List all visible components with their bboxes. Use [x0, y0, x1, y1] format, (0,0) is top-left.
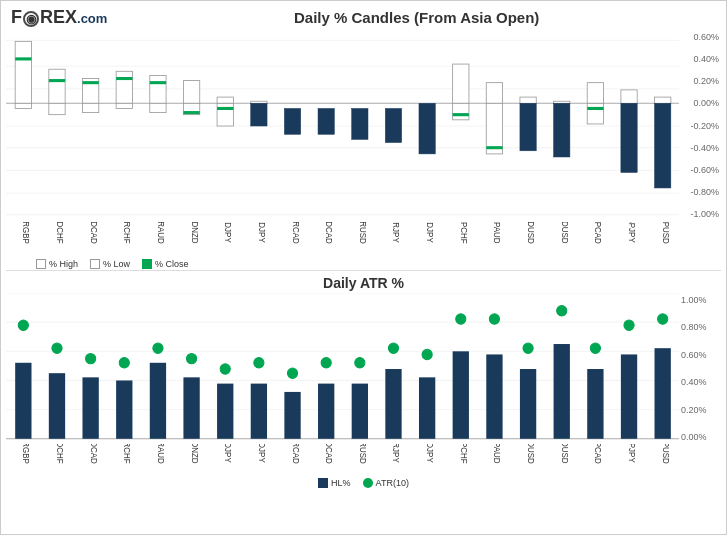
svg-rect-45: [82, 103, 98, 112]
svg-point-133: [422, 349, 432, 359]
svg-rect-82: [655, 103, 671, 188]
atr-y-label-0: 1.00%: [681, 295, 719, 305]
legend-hl-bar: [318, 478, 328, 488]
svg-text:GBPAUD: GBPAUD: [492, 444, 501, 464]
legend-low: % Low: [90, 259, 130, 269]
svg-rect-60: [251, 103, 267, 126]
svg-rect-48: [116, 103, 132, 108]
svg-point-139: [523, 343, 533, 353]
svg-rect-41: [49, 69, 65, 103]
svg-rect-138: [520, 369, 536, 439]
svg-text:USDCAD: USDCAD: [89, 222, 98, 244]
svg-rect-77: [587, 103, 603, 124]
svg-point-145: [624, 320, 634, 330]
header: F◉REX.com Daily % Candles (From Asia Ope…: [1, 1, 726, 30]
main-container: F◉REX.com Daily % Candles (From Asia Ope…: [0, 0, 727, 535]
legend-atr-label: ATR(10): [376, 478, 409, 488]
svg-rect-75: [554, 103, 570, 157]
legend-high-box: [36, 259, 46, 269]
legend-atr-dot: [363, 478, 373, 488]
svg-text:AUDCAD: AUDCAD: [324, 444, 333, 464]
svg-rect-80: [621, 103, 637, 172]
svg-rect-79: [621, 90, 637, 103]
svg-rect-124: [284, 392, 300, 439]
chart-title: Daily % Candles (From Asia Open): [117, 9, 716, 26]
svg-point-121: [220, 364, 230, 374]
svg-text:GBPAUD: GBPAUD: [492, 222, 501, 244]
svg-point-125: [287, 368, 297, 378]
svg-point-113: [86, 353, 96, 363]
svg-point-111: [52, 343, 62, 353]
y-label-6: -0.60%: [681, 165, 719, 175]
atr-y-label-1: 0.80%: [681, 322, 719, 332]
svg-text:NZDUSD: NZDUSD: [560, 444, 569, 464]
svg-text:EURUSD: EURUSD: [358, 222, 367, 244]
svg-text:GBPJPY: GBPJPY: [627, 222, 636, 243]
svg-text:GBPUSD: GBPUSD: [661, 222, 670, 244]
svg-rect-110: [49, 373, 65, 439]
svg-point-147: [658, 314, 668, 324]
svg-rect-66: [453, 64, 469, 103]
svg-text:GBPUSD: GBPUSD: [661, 444, 670, 464]
svg-text:EURUSD: EURUSD: [358, 444, 367, 464]
y-label-8: -1.00%: [681, 209, 719, 219]
logo-rex: REX: [40, 7, 77, 27]
svg-text:USDCAD: USDCAD: [89, 444, 98, 464]
svg-rect-108: [15, 363, 31, 439]
svg-rect-59: [251, 101, 267, 103]
svg-rect-74: [554, 101, 570, 103]
legend-hl-label: HL%: [331, 478, 351, 488]
svg-rect-50: [150, 75, 166, 103]
svg-text:GBPCAD: GBPCAD: [593, 444, 602, 464]
svg-rect-114: [116, 380, 132, 438]
svg-point-119: [186, 353, 196, 363]
y-label-1: 0.40%: [681, 54, 719, 64]
bottom-chart-x-labels: EURGBP USDCHF USDCAD EURCHF EURAUD AUDNZ…: [6, 444, 721, 476]
legend-close: % Close: [142, 259, 189, 269]
svg-rect-39: [15, 103, 31, 108]
y-label-0: 0.60%: [681, 32, 719, 42]
svg-rect-136: [486, 354, 502, 438]
svg-rect-120: [217, 384, 233, 439]
svg-rect-118: [183, 377, 199, 438]
svg-rect-64: [385, 108, 401, 142]
svg-text:GBPCHF: GBPCHF: [459, 222, 468, 244]
svg-text:EURCAD: EURCAD: [291, 444, 300, 464]
svg-rect-57: [217, 103, 233, 126]
logo-circle: ◉: [23, 11, 39, 27]
svg-rect-81: [655, 97, 671, 103]
legend-low-label: % Low: [103, 259, 130, 269]
svg-rect-146: [655, 348, 671, 439]
svg-point-143: [590, 343, 600, 353]
svg-rect-116: [150, 363, 166, 439]
atr-y-label-3: 0.40%: [681, 377, 719, 387]
svg-point-123: [254, 358, 264, 368]
svg-rect-69: [486, 83, 502, 104]
svg-text:NZDUSD: NZDUSD: [560, 222, 569, 244]
svg-text:AUDCAD: AUDCAD: [324, 222, 333, 244]
svg-rect-47: [116, 71, 132, 103]
svg-rect-128: [352, 384, 368, 439]
candle-chart-svg: [6, 30, 679, 221]
bottom-chart-title: Daily ATR %: [6, 271, 721, 293]
svg-rect-134: [453, 351, 469, 438]
logo: F◉REX.com: [11, 7, 107, 28]
svg-text:CADJPY: CADJPY: [257, 444, 266, 463]
svg-rect-130: [385, 369, 401, 439]
legend-high-label: % High: [49, 259, 78, 269]
svg-text:AUDNZD: AUDNZD: [190, 444, 199, 464]
svg-rect-28: [6, 30, 679, 221]
svg-text:GBPCAD: GBPCAD: [593, 222, 602, 244]
svg-rect-144: [621, 354, 637, 438]
svg-text:USDJPY: USDJPY: [223, 444, 232, 463]
bottom-chart: Daily ATR %: [1, 271, 726, 491]
svg-text:AUDJPY: AUDJPY: [425, 444, 434, 463]
svg-point-131: [388, 343, 398, 353]
top-chart-y-axis: 0.60% 0.40% 0.20% 0.00% -0.20% -0.40% -0…: [679, 30, 721, 221]
svg-text:EURJPY: EURJPY: [391, 222, 400, 243]
svg-rect-53: [183, 81, 199, 104]
svg-text:EURCHF: EURCHF: [122, 222, 131, 244]
svg-rect-65: [419, 103, 435, 154]
svg-text:EURAUD: EURAUD: [156, 444, 165, 464]
svg-text:AUDUSD: AUDUSD: [526, 222, 535, 244]
